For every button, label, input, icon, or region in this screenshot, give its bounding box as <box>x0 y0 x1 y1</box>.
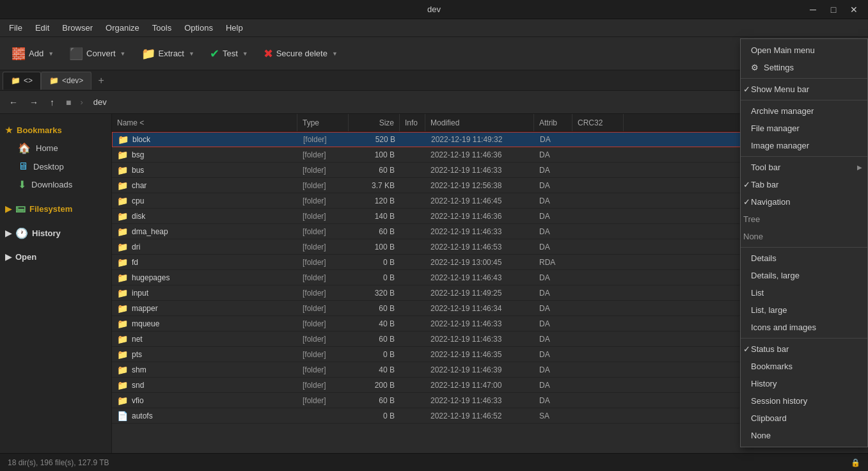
test-icon: ✔ <box>210 47 219 61</box>
dropdown-menu: Open Main menu ⚙ Settings Show Menu bar … <box>740 38 868 447</box>
tab-1[interactable]: 📁 <> <box>3 72 41 90</box>
cell-name-2: 📁 bus <box>112 163 297 177</box>
cell-modified-8: 2022-12-19 13:00:45 <box>425 255 534 269</box>
convert-dropdown-arrow[interactable]: ▼ <box>120 51 126 57</box>
sidebar-bookmarks-header[interactable]: ★ Bookmarks <box>0 122 111 139</box>
cell-size-0: 520 B <box>349 132 400 147</box>
cell-size-6: 60 B <box>349 224 400 239</box>
dm-list-large[interactable]: List, large <box>741 301 867 319</box>
secure-delete-dropdown-arrow[interactable]: ▼ <box>332 51 338 57</box>
col-header-info[interactable]: Info <box>400 114 425 131</box>
close-button[interactable]: ✕ <box>845 3 863 17</box>
secure-delete-button[interactable]: ✖ Secure delete ▼ <box>257 43 344 65</box>
cell-crc32-4 <box>572 193 624 208</box>
menu-file[interactable]: File <box>3 20 29 35</box>
dm-show-menu-bar[interactable]: Show Menu bar <box>741 81 867 98</box>
convert-button[interactable]: ⬛ Convert ▼ <box>63 43 132 65</box>
menu-options[interactable]: Options <box>178 20 219 35</box>
col-header-attrib[interactable]: Attrib <box>534 114 572 131</box>
cell-type-7: [folder] <box>297 239 349 254</box>
cell-attrib-16: DA <box>534 378 572 392</box>
cell-info-3 <box>400 178 425 193</box>
menu-browser[interactable]: Browser <box>56 20 99 35</box>
menu-help[interactable]: Help <box>219 20 249 35</box>
col-header-size[interactable]: Size <box>349 114 400 131</box>
nav-view-button[interactable]: ■ <box>62 95 75 109</box>
col-header-name[interactable]: Name < <box>112 114 297 131</box>
extract-button[interactable]: 📁 Extract ▼ <box>135 43 201 65</box>
dm-none-nav[interactable]: None <box>741 228 867 245</box>
minimize-button[interactable]: ─ <box>804 3 822 17</box>
dm-file-manager[interactable]: File manager <box>741 120 867 137</box>
dm-clipboard[interactable]: Clipboard <box>741 410 867 427</box>
dm-status-bar[interactable]: Status bar <box>741 340 867 358</box>
dm-history[interactable]: History <box>741 375 867 392</box>
cell-size-2: 60 B <box>349 163 400 177</box>
cell-name-18: 📄 autofs <box>112 408 297 423</box>
dm-image-manager[interactable]: Image manager <box>741 137 867 154</box>
filename: mqueue <box>132 319 159 328</box>
dm-details[interactable]: Details <box>741 250 867 267</box>
star-icon: ★ <box>5 125 13 135</box>
tab-add-button[interactable]: + <box>91 72 110 89</box>
menu-organize[interactable]: Organize <box>99 20 146 35</box>
extract-dropdown-arrow[interactable]: ▼ <box>189 51 194 57</box>
cell-type-17: [folder] <box>297 393 349 408</box>
nav-forward-button[interactable]: → <box>26 95 42 109</box>
dm-tree[interactable]: Tree <box>741 211 867 228</box>
filename: pts <box>132 350 142 359</box>
nav-back-button[interactable]: ← <box>5 95 22 109</box>
test-dropdown-arrow[interactable]: ▼ <box>242 51 248 57</box>
desktop-icon: 🖥 <box>18 161 28 172</box>
dm-list[interactable]: List <box>741 284 867 301</box>
cell-attrib-18: SA <box>534 408 572 423</box>
tab-2[interactable]: 📁 <dev> <box>41 72 91 90</box>
dm-archive-manager[interactable]: Archive manager <box>741 102 867 120</box>
dm-open-main-menu[interactable]: Open Main menu <box>741 42 867 59</box>
cell-size-5: 140 B <box>349 209 400 223</box>
cell-crc32-14 <box>572 347 624 362</box>
col-header-type[interactable]: Type <box>297 114 349 131</box>
dm-tool-bar[interactable]: Tool bar <box>741 159 867 176</box>
sidebar-item-desktop[interactable]: 🖥 Desktop <box>0 157 111 175</box>
menu-edit[interactable]: Edit <box>29 20 56 35</box>
nav-up-button[interactable]: ↑ <box>46 95 58 109</box>
col-header-modified[interactable]: Modified <box>425 114 534 131</box>
sidebar-open-label: Open <box>15 252 36 262</box>
dm-settings[interactable]: ⚙ Settings <box>741 59 867 76</box>
sidebar-open-header[interactable]: ▶ Open <box>0 248 111 266</box>
sidebar-item-downloads[interactable]: ⬇ Downloads <box>0 175 111 194</box>
dm-navigation[interactable]: Navigation <box>741 193 867 211</box>
folder-icon: 📁 <box>117 319 128 329</box>
maximize-button[interactable]: □ <box>825 3 842 17</box>
cell-info-15 <box>400 362 425 377</box>
dm-icons-images[interactable]: Icons and images <box>741 319 867 336</box>
cell-size-15: 40 B <box>349 362 400 377</box>
dm-session-history[interactable]: Session history <box>741 392 867 410</box>
add-label: Add <box>29 49 43 58</box>
dm-details-large[interactable]: Details, large <box>741 267 867 284</box>
cell-info-10 <box>400 285 425 300</box>
menu-tools[interactable]: Tools <box>146 20 178 35</box>
filename: disk <box>132 212 145 221</box>
cell-modified-15: 2022-12-19 11:46:39 <box>425 362 534 377</box>
downloads-icon: ⬇ <box>18 179 26 191</box>
col-header-crc32[interactable]: CRC32 <box>572 114 624 131</box>
cell-name-14: 📁 pts <box>112 347 297 362</box>
folder-icon: 📁 <box>117 303 128 314</box>
sidebar-filesystem-header[interactable]: ▶ 🖴 Filesystem <box>0 199 111 218</box>
sidebar-item-home[interactable]: 🏠 Home <box>0 139 111 157</box>
folder-icon: 📁 <box>117 380 128 390</box>
add-button[interactable]: 🧱 Add ▼ <box>5 43 60 65</box>
sidebar-history-header[interactable]: ▶ 🕐 History <box>0 223 111 243</box>
history-icon: 🕐 <box>15 227 28 239</box>
filename: block <box>132 135 150 144</box>
dm-tab-bar[interactable]: Tab bar <box>741 176 867 193</box>
dm-bookmarks[interactable]: Bookmarks <box>741 358 867 375</box>
dm-none-panel[interactable]: None <box>741 427 867 444</box>
cell-name-13: 📁 net <box>112 331 297 346</box>
add-dropdown-arrow[interactable]: ▼ <box>48 51 54 57</box>
cell-modified-0: 2022-12-19 11:49:32 <box>426 132 535 147</box>
test-button[interactable]: ✔ Test ▼ <box>203 43 255 65</box>
filename: cpu <box>132 196 144 205</box>
